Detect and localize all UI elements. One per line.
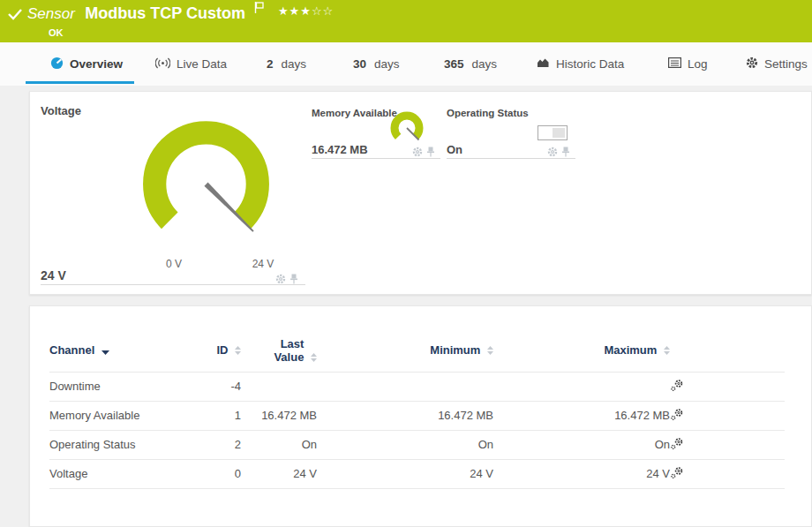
tab-log-label: Log: [688, 57, 708, 71]
cell-last-value: On: [241, 430, 317, 459]
memory-gear-icon[interactable]: [412, 147, 423, 157]
tab-bar: Overview Live Data 2 days 30 days 365 da…: [0, 42, 812, 86]
column-header-channel-label: Channel: [49, 343, 94, 357]
gauge-cell-memory: Memory Available 16.472 MB: [312, 104, 440, 159]
tab-2-days-number: 2: [267, 57, 274, 71]
column-header-channel[interactable]: Channel: [49, 329, 195, 372]
priority-stars[interactable]: ★★★☆☆: [278, 4, 334, 18]
operating-pin-icon[interactable]: [561, 147, 570, 157]
cell-minimum: 24 V: [317, 459, 493, 488]
voltage-title: Voltage: [41, 104, 81, 117]
active-tab-underline: [26, 81, 134, 84]
table-row[interactable]: Memory Available 1 16.472 MB 16.472 MB 1…: [49, 401, 785, 430]
voltage-gauge: [129, 111, 283, 269]
live-broadcast-icon: [155, 57, 170, 72]
channel-table-panel: Channel ID Last Value: [29, 305, 812, 527]
gear-icon: [746, 56, 758, 72]
tab-30-days[interactable]: 30 days: [353, 42, 400, 86]
sort-both-icon: [664, 344, 670, 358]
overview-content: Voltage 0 V 24 V 24 V: [0, 91, 812, 527]
channel-settings-icon[interactable]: [670, 466, 684, 479]
sort-both-icon: [487, 344, 493, 358]
table-row[interactable]: Downtime -4: [49, 372, 785, 401]
cell-last-value: [241, 372, 317, 401]
sort-both-icon: [235, 344, 241, 358]
tab-365-days[interactable]: 365 days: [444, 42, 497, 86]
sensor-header: Sensor Modbus TCP Custom ★★★☆☆ OK: [0, 0, 812, 42]
tab-settings-label: Settings: [764, 57, 808, 71]
tab-live-data-label: Live Data: [177, 57, 227, 71]
tab-overview[interactable]: Overview: [50, 42, 123, 86]
cell-channel: Operating Status: [49, 430, 195, 459]
sensor-status-badge: OK: [49, 27, 64, 38]
cell-maximum: 24 V: [493, 459, 670, 488]
column-header-id[interactable]: ID: [195, 329, 241, 372]
tab-30-days-unit: days: [374, 57, 400, 71]
tab-2-days[interactable]: 2 days: [267, 42, 306, 86]
column-header-id-label: ID: [216, 343, 228, 357]
operating-toggle-knob: [553, 128, 565, 138]
channel-settings-icon[interactable]: [670, 379, 684, 392]
cell-last-value: 16.472 MB: [241, 401, 317, 430]
cell-channel: Memory Available: [49, 401, 195, 430]
area-chart-icon: [537, 57, 550, 71]
cell-minimum: [317, 372, 493, 401]
object-kind-label: Sensor: [27, 5, 75, 22]
voltage-value: 24 V: [41, 268, 66, 282]
column-header-maximum-label: Maximum: [604, 343, 657, 357]
voltage-scale-min: 0 V: [161, 258, 187, 270]
cell-channel: Downtime: [49, 372, 195, 401]
sort-desc-icon: [102, 344, 109, 358]
cell-minimum: 16.472 MB: [317, 401, 493, 430]
tab-30-days-number: 30: [353, 57, 366, 71]
table-row[interactable]: Operating Status 2 On On On: [49, 430, 785, 459]
column-header-last-value[interactable]: Last Value: [241, 329, 317, 372]
cell-last-value: 24 V: [241, 459, 317, 488]
tab-365-days-unit: days: [472, 57, 498, 71]
gauge-cell-voltage: Voltage 0 V 24 V 24 V: [41, 102, 305, 285]
cell-minimum: On: [317, 430, 493, 459]
memory-value: 16.472 MB: [312, 143, 368, 156]
table-row[interactable]: Voltage 0 24 V 24 V 24 V: [49, 459, 785, 488]
operating-title: Operating Status: [447, 108, 529, 118]
tab-historic-data[interactable]: Historic Data: [537, 42, 624, 86]
memory-pin-icon[interactable]: [426, 147, 435, 157]
tab-overview-label: Overview: [70, 57, 123, 71]
cell-channel: Voltage: [49, 459, 195, 488]
memory-title: Memory Available: [312, 108, 397, 118]
column-header-actions: [670, 329, 785, 372]
voltage-scale-max: 24 V: [245, 258, 281, 270]
log-list-icon: [668, 57, 681, 71]
channel-settings-icon[interactable]: [670, 408, 684, 421]
operating-gear-icon[interactable]: [547, 147, 558, 157]
tab-live-data[interactable]: Live Data: [155, 42, 227, 86]
tab-365-days-number: 365: [444, 57, 464, 71]
cell-id: -4: [195, 372, 241, 401]
sensor-title: Modbus TCP Custom: [85, 4, 245, 22]
flag-icon[interactable]: [254, 1, 265, 17]
gauges-panel: Voltage 0 V 24 V 24 V: [29, 91, 812, 295]
voltage-pin-icon[interactable]: [289, 274, 298, 284]
tab-historic-data-label: Historic Data: [556, 57, 624, 71]
channel-table: Channel ID Last Value: [49, 329, 785, 489]
column-header-minimum[interactable]: Minimum: [317, 329, 493, 372]
cell-maximum: [493, 372, 670, 401]
column-header-maximum[interactable]: Maximum: [493, 329, 670, 372]
cell-id: 0: [195, 459, 241, 488]
tab-log[interactable]: Log: [668, 42, 708, 86]
stars-filled: ★★★: [278, 4, 312, 18]
status-check-icon: [8, 8, 22, 24]
tab-2-days-unit: days: [282, 57, 307, 71]
gauge-icon: [50, 56, 64, 72]
column-header-minimum-label: Minimum: [430, 343, 480, 357]
sort-both-icon: [311, 351, 317, 365]
column-header-value-label: Value: [274, 350, 304, 364]
column-header-last-label: Last: [281, 337, 304, 350]
gauge-cell-operating: Operating Status On: [447, 104, 575, 159]
channel-settings-icon[interactable]: [670, 437, 684, 450]
cell-id: 2: [195, 430, 241, 459]
voltage-gear-icon[interactable]: [275, 274, 286, 284]
stars-empty: ☆☆: [312, 4, 334, 18]
cell-id: 1: [195, 401, 241, 430]
tab-settings[interactable]: Settings: [746, 42, 808, 86]
